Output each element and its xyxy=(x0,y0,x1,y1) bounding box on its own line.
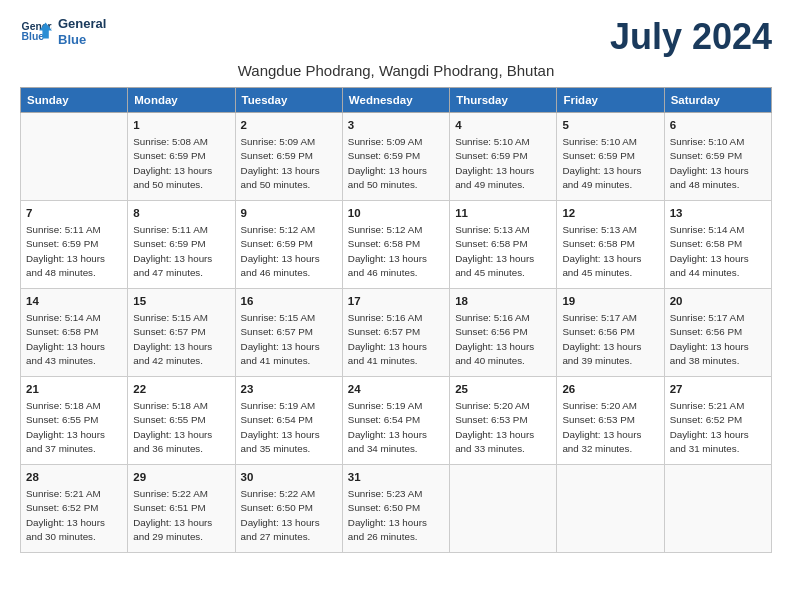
day-info: Sunrise: 5:19 AM Sunset: 6:54 PM Dayligh… xyxy=(241,399,337,456)
day-number: 7 xyxy=(26,205,122,221)
calendar-cell: 24Sunrise: 5:19 AM Sunset: 6:54 PM Dayli… xyxy=(342,377,449,465)
calendar-table: SundayMondayTuesdayWednesdayThursdayFrid… xyxy=(20,87,772,553)
day-info: Sunrise: 5:19 AM Sunset: 6:54 PM Dayligh… xyxy=(348,399,444,456)
day-info: Sunrise: 5:10 AM Sunset: 6:59 PM Dayligh… xyxy=(670,135,766,192)
calendar-cell: 19Sunrise: 5:17 AM Sunset: 6:56 PM Dayli… xyxy=(557,289,664,377)
day-number: 27 xyxy=(670,381,766,397)
day-number: 31 xyxy=(348,469,444,485)
day-number: 17 xyxy=(348,293,444,309)
calendar-cell xyxy=(450,465,557,553)
day-number: 1 xyxy=(133,117,229,133)
day-number: 22 xyxy=(133,381,229,397)
day-info: Sunrise: 5:21 AM Sunset: 6:52 PM Dayligh… xyxy=(670,399,766,456)
calendar-cell: 20Sunrise: 5:17 AM Sunset: 6:56 PM Dayli… xyxy=(664,289,771,377)
day-number: 3 xyxy=(348,117,444,133)
day-info: Sunrise: 5:22 AM Sunset: 6:51 PM Dayligh… xyxy=(133,487,229,544)
day-number: 19 xyxy=(562,293,658,309)
day-number: 24 xyxy=(348,381,444,397)
day-info: Sunrise: 5:14 AM Sunset: 6:58 PM Dayligh… xyxy=(670,223,766,280)
day-number: 25 xyxy=(455,381,551,397)
calendar-cell: 27Sunrise: 5:21 AM Sunset: 6:52 PM Dayli… xyxy=(664,377,771,465)
day-number: 9 xyxy=(241,205,337,221)
calendar-cell: 10Sunrise: 5:12 AM Sunset: 6:58 PM Dayli… xyxy=(342,201,449,289)
day-info: Sunrise: 5:18 AM Sunset: 6:55 PM Dayligh… xyxy=(133,399,229,456)
day-info: Sunrise: 5:16 AM Sunset: 6:57 PM Dayligh… xyxy=(348,311,444,368)
svg-text:Blue: Blue xyxy=(22,31,45,42)
weekday-header-saturday: Saturday xyxy=(664,88,771,113)
week-row-1: 1Sunrise: 5:08 AM Sunset: 6:59 PM Daylig… xyxy=(21,113,772,201)
day-number: 26 xyxy=(562,381,658,397)
day-number: 6 xyxy=(670,117,766,133)
day-info: Sunrise: 5:09 AM Sunset: 6:59 PM Dayligh… xyxy=(348,135,444,192)
day-info: Sunrise: 5:20 AM Sunset: 6:53 PM Dayligh… xyxy=(562,399,658,456)
day-number: 29 xyxy=(133,469,229,485)
calendar-cell: 23Sunrise: 5:19 AM Sunset: 6:54 PM Dayli… xyxy=(235,377,342,465)
day-info: Sunrise: 5:22 AM Sunset: 6:50 PM Dayligh… xyxy=(241,487,337,544)
day-number: 5 xyxy=(562,117,658,133)
day-number: 11 xyxy=(455,205,551,221)
weekday-header-monday: Monday xyxy=(128,88,235,113)
day-info: Sunrise: 5:17 AM Sunset: 6:56 PM Dayligh… xyxy=(670,311,766,368)
calendar-cell: 31Sunrise: 5:23 AM Sunset: 6:50 PM Dayli… xyxy=(342,465,449,553)
calendar-cell: 1Sunrise: 5:08 AM Sunset: 6:59 PM Daylig… xyxy=(128,113,235,201)
calendar-cell: 14Sunrise: 5:14 AM Sunset: 6:58 PM Dayli… xyxy=(21,289,128,377)
calendar-cell: 16Sunrise: 5:15 AM Sunset: 6:57 PM Dayli… xyxy=(235,289,342,377)
day-info: Sunrise: 5:17 AM Sunset: 6:56 PM Dayligh… xyxy=(562,311,658,368)
day-info: Sunrise: 5:09 AM Sunset: 6:59 PM Dayligh… xyxy=(241,135,337,192)
day-number: 30 xyxy=(241,469,337,485)
weekday-header-row: SundayMondayTuesdayWednesdayThursdayFrid… xyxy=(21,88,772,113)
day-number: 16 xyxy=(241,293,337,309)
calendar-cell: 25Sunrise: 5:20 AM Sunset: 6:53 PM Dayli… xyxy=(450,377,557,465)
calendar-cell: 7Sunrise: 5:11 AM Sunset: 6:59 PM Daylig… xyxy=(21,201,128,289)
calendar-cell: 5Sunrise: 5:10 AM Sunset: 6:59 PM Daylig… xyxy=(557,113,664,201)
day-info: Sunrise: 5:15 AM Sunset: 6:57 PM Dayligh… xyxy=(241,311,337,368)
day-info: Sunrise: 5:13 AM Sunset: 6:58 PM Dayligh… xyxy=(562,223,658,280)
logo-text: General Blue xyxy=(58,16,106,47)
calendar-cell: 15Sunrise: 5:15 AM Sunset: 6:57 PM Dayli… xyxy=(128,289,235,377)
calendar-container: General Blue General Blue July 2024 Wang… xyxy=(20,16,772,553)
calendar-cell: 2Sunrise: 5:09 AM Sunset: 6:59 PM Daylig… xyxy=(235,113,342,201)
day-info: Sunrise: 5:11 AM Sunset: 6:59 PM Dayligh… xyxy=(26,223,122,280)
calendar-cell: 13Sunrise: 5:14 AM Sunset: 6:58 PM Dayli… xyxy=(664,201,771,289)
week-row-3: 14Sunrise: 5:14 AM Sunset: 6:58 PM Dayli… xyxy=(21,289,772,377)
calendar-cell xyxy=(557,465,664,553)
month-year-title: July 2024 xyxy=(610,16,772,58)
week-row-5: 28Sunrise: 5:21 AM Sunset: 6:52 PM Dayli… xyxy=(21,465,772,553)
day-info: Sunrise: 5:23 AM Sunset: 6:50 PM Dayligh… xyxy=(348,487,444,544)
weekday-header-tuesday: Tuesday xyxy=(235,88,342,113)
calendar-cell: 26Sunrise: 5:20 AM Sunset: 6:53 PM Dayli… xyxy=(557,377,664,465)
calendar-cell: 6Sunrise: 5:10 AM Sunset: 6:59 PM Daylig… xyxy=(664,113,771,201)
logo: General Blue General Blue xyxy=(20,16,106,48)
weekday-header-thursday: Thursday xyxy=(450,88,557,113)
day-info: Sunrise: 5:11 AM Sunset: 6:59 PM Dayligh… xyxy=(133,223,229,280)
calendar-cell: 30Sunrise: 5:22 AM Sunset: 6:50 PM Dayli… xyxy=(235,465,342,553)
calendar-cell: 17Sunrise: 5:16 AM Sunset: 6:57 PM Dayli… xyxy=(342,289,449,377)
calendar-cell: 3Sunrise: 5:09 AM Sunset: 6:59 PM Daylig… xyxy=(342,113,449,201)
week-row-2: 7Sunrise: 5:11 AM Sunset: 6:59 PM Daylig… xyxy=(21,201,772,289)
calendar-cell: 12Sunrise: 5:13 AM Sunset: 6:58 PM Dayli… xyxy=(557,201,664,289)
day-number: 12 xyxy=(562,205,658,221)
calendar-cell: 28Sunrise: 5:21 AM Sunset: 6:52 PM Dayli… xyxy=(21,465,128,553)
day-info: Sunrise: 5:21 AM Sunset: 6:52 PM Dayligh… xyxy=(26,487,122,544)
day-number: 15 xyxy=(133,293,229,309)
calendar-cell: 18Sunrise: 5:16 AM Sunset: 6:56 PM Dayli… xyxy=(450,289,557,377)
day-info: Sunrise: 5:16 AM Sunset: 6:56 PM Dayligh… xyxy=(455,311,551,368)
day-info: Sunrise: 5:12 AM Sunset: 6:59 PM Dayligh… xyxy=(241,223,337,280)
day-number: 8 xyxy=(133,205,229,221)
day-number: 21 xyxy=(26,381,122,397)
location-title: Wangdue Phodrang, Wangdi Phodrang, Bhuta… xyxy=(20,62,772,79)
day-info: Sunrise: 5:12 AM Sunset: 6:58 PM Dayligh… xyxy=(348,223,444,280)
header: General Blue General Blue July 2024 xyxy=(20,16,772,58)
weekday-header-wednesday: Wednesday xyxy=(342,88,449,113)
day-info: Sunrise: 5:08 AM Sunset: 6:59 PM Dayligh… xyxy=(133,135,229,192)
day-info: Sunrise: 5:14 AM Sunset: 6:58 PM Dayligh… xyxy=(26,311,122,368)
calendar-cell: 22Sunrise: 5:18 AM Sunset: 6:55 PM Dayli… xyxy=(128,377,235,465)
logo-icon: General Blue xyxy=(20,16,52,48)
day-number: 10 xyxy=(348,205,444,221)
day-number: 23 xyxy=(241,381,337,397)
week-row-4: 21Sunrise: 5:18 AM Sunset: 6:55 PM Dayli… xyxy=(21,377,772,465)
day-number: 14 xyxy=(26,293,122,309)
weekday-header-friday: Friday xyxy=(557,88,664,113)
calendar-cell xyxy=(664,465,771,553)
day-info: Sunrise: 5:15 AM Sunset: 6:57 PM Dayligh… xyxy=(133,311,229,368)
